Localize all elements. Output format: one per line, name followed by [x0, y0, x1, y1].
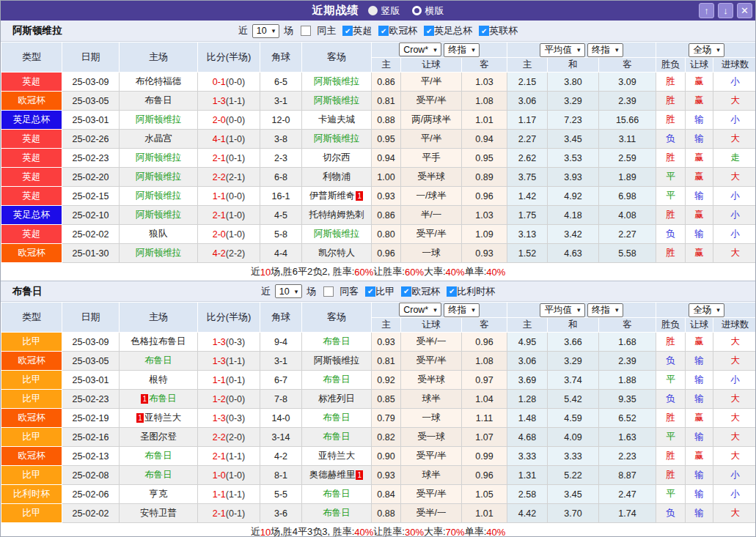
same-venue-checkbox[interactable] [323, 286, 334, 297]
odds-handicap: 受半/一 [401, 504, 462, 523]
scope-select[interactable]: 全场▾ [689, 43, 724, 57]
result-outcome: 胜 [656, 333, 686, 352]
average-stage-select[interactable]: 终指▾ [587, 43, 623, 57]
date-cell: 25-02-19 [62, 409, 120, 428]
result-outcome: 平 [656, 371, 686, 390]
odds-handicap: 受平/半 [401, 352, 462, 371]
avg-draw: 4.59 [548, 409, 599, 428]
fulltime-score: 2-1 [213, 153, 226, 163]
league-checkbox[interactable]: ✔ [479, 26, 489, 36]
result-goals: 小 [713, 206, 756, 225]
odds-company-select-value: Crow* [403, 305, 428, 315]
result-handicap: 输 [686, 504, 713, 523]
avg-home: 1.42 [507, 187, 548, 206]
avg-home: 2.27 [507, 130, 548, 149]
odds-handicap: 两/两球半 [401, 111, 462, 130]
match-count-select[interactable]: 10▾ [252, 24, 279, 38]
result-handicap: 输 [686, 352, 713, 371]
league-checkbox[interactable]: ✔ [447, 286, 457, 297]
chevron-down-icon: ▾ [272, 27, 276, 34]
home-team-cell: 布伦特福德 [120, 73, 198, 92]
avg-away: 8.87 [599, 466, 656, 485]
same-venue-label: 同主 [317, 24, 336, 37]
odds-source-header: Crow*▾ 终指▾ [372, 42, 507, 58]
corner-cell: 6-5 [260, 73, 302, 92]
halftime-score: (0-0) [226, 394, 245, 404]
score-cell: 1-2(0-0) [198, 390, 260, 409]
odds-company-select-value: Crow* [403, 45, 428, 55]
date-cell: 25-02-06 [62, 485, 120, 504]
average-stage-select-value: 终指 [592, 44, 610, 56]
avg-draw: 3.45 [548, 485, 599, 504]
league-checkbox-label: 英足总杯 [434, 24, 472, 37]
date-cell: 25-02-02 [62, 504, 120, 523]
sub-column-header: 主 [372, 318, 401, 333]
league-checkbox[interactable]: ✔ [424, 26, 434, 36]
odds-handicap: 受平/半 [401, 485, 462, 504]
average-select[interactable]: 平均值▾ [540, 303, 584, 317]
league-checkbox[interactable]: ✔ [378, 26, 389, 36]
halftime-score: (0-1) [226, 375, 245, 385]
odds-away: 0.99 [462, 447, 507, 466]
away-team-cell: 布鲁日 [302, 371, 372, 390]
odds-handicap: 受半球 [401, 168, 462, 187]
corner-cell: 2-3 [260, 149, 302, 168]
halftime-score: (2-2) [226, 248, 245, 259]
scope-select-value: 全场 [693, 44, 711, 56]
layout-radio-horizontal[interactable]: 横版 [412, 4, 444, 18]
result-handicap: 赢 [686, 447, 713, 466]
odds-home: 0.93 [372, 333, 401, 352]
odds-away: 1.11 [462, 409, 507, 428]
layout-radio-vertical[interactable]: 竖版 [368, 4, 400, 18]
check-icon: ✔ [426, 27, 432, 35]
odds-stage-select[interactable]: 终指▾ [444, 303, 480, 317]
home-team-cell: 1亚特兰大 [120, 409, 198, 428]
team-name-text: 阿斯顿维拉 [314, 355, 360, 366]
result-handicap: 输 [686, 111, 713, 130]
avg-away: 2.39 [599, 352, 656, 371]
corner-cell: 6-8 [260, 168, 302, 187]
fulltime-score: 1-3 [213, 337, 226, 347]
matches-table: 类型日期主场比分(半场)角球客场Crow*▾ 终指▾平均值▾ 终指▾全场▾主让球… [1, 42, 756, 263]
odds-company-select[interactable]: Crow*▾ [399, 303, 441, 316]
move-down-button[interactable]: ↓ [718, 3, 733, 18]
halftime-score: (2-0) [226, 432, 245, 442]
chevron-down-icon: ▾ [716, 306, 720, 314]
red-card-icon: 1 [356, 191, 363, 201]
odds-company-select[interactable]: Crow*▾ [399, 42, 441, 56]
date-cell: 25-02-02 [62, 225, 120, 244]
result-outcome: 平 [656, 428, 686, 447]
match-row: 英足总杯25-03-01阿斯顿维拉2-0(0-0)12-0卡迪夫城0.88两/两… [1, 111, 756, 130]
date-cell: 25-02-23 [62, 149, 120, 168]
average-stage-select[interactable]: 终指▾ [587, 303, 623, 317]
average-select[interactable]: 平均值▾ [540, 43, 584, 57]
date-cell: 25-02-10 [62, 206, 120, 225]
match-row: 英超25-02-26水晶宫4-1(1-0)3-8阿斯顿维拉0.95平/半0.94… [1, 130, 756, 149]
halftime-score: (0-0) [226, 77, 245, 87]
league-checkbox-label: 欧冠杯 [411, 285, 440, 298]
date-cell: 25-02-13 [62, 447, 120, 466]
result-handicap: 输 [686, 187, 713, 206]
league-checkbox[interactable]: ✔ [342, 26, 353, 36]
move-up-button[interactable]: ↑ [699, 3, 714, 18]
result-goals: 大 [713, 168, 756, 187]
league-checkbox[interactable]: ✔ [365, 286, 375, 297]
league-badge: 英超 [1, 187, 62, 206]
odds-home: 0.86 [372, 73, 401, 92]
odds-stage-select[interactable]: 终指▾ [444, 43, 480, 57]
odds-home: 0.85 [372, 390, 401, 409]
scope-select[interactable]: 全场▾ [689, 303, 724, 317]
avg-away: 2.27 [599, 225, 656, 244]
league-checkbox-label: 比利时杯 [457, 285, 495, 298]
league-checkbox[interactable]: ✔ [401, 286, 411, 297]
home-team-cell: 1布鲁日 [120, 390, 198, 409]
avg-draw: 3.70 [548, 504, 599, 523]
date-cell: 25-03-05 [62, 352, 120, 371]
close-button[interactable]: ✕ [737, 3, 752, 18]
result-handicap: 输 [686, 466, 713, 485]
same-venue-checkbox[interactable] [301, 26, 311, 36]
halftime-score: (1-0) [226, 229, 245, 240]
score-cell: 2-2(2-1) [198, 168, 260, 187]
match-count-select[interactable]: 10▾ [275, 284, 302, 298]
odds-handicap: 球半 [401, 466, 462, 485]
